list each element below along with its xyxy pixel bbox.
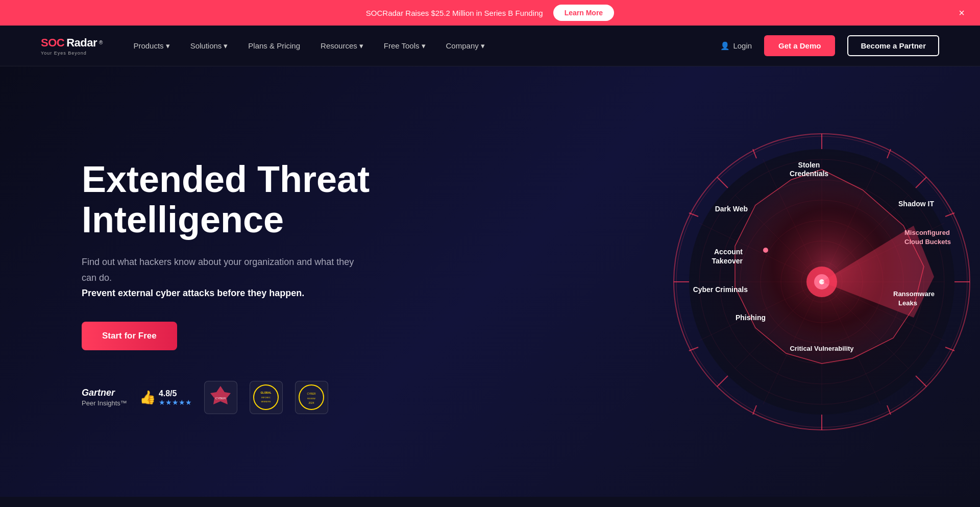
svg-text:Cyber Criminals: Cyber Criminals — [693, 285, 748, 294]
nav-links: Products ▾ Solutions ▾ Plans & Pricing R… — [133, 41, 720, 51]
svg-text:Phishing: Phishing — [736, 313, 766, 322]
get-demo-button[interactable]: Get a Demo — [764, 35, 835, 56]
svg-text:Account: Account — [714, 248, 743, 256]
nav-right: 👤 Login Get a Demo Become a Partner — [720, 35, 939, 56]
logo-tm: ® — [99, 40, 103, 45]
svg-text:Ransomware: Ransomware — [893, 290, 935, 298]
radar-visual: Stolen Credentials Shadow IT Misconfigur… — [664, 124, 980, 440]
gartner-brand: Gartner — [82, 387, 127, 399]
svg-text:Credentials: Credentials — [790, 170, 828, 178]
hero-subtitle: Find out what hackers know about your or… — [82, 254, 368, 301]
logo-soc: SOC — [41, 36, 64, 50]
nav-resources[interactable]: Resources ▾ — [321, 41, 363, 51]
award-badge-3: CYBER REVIEW 2024 — [295, 381, 328, 414]
close-announcement-button[interactable]: × — [959, 8, 965, 18]
learn-more-button[interactable]: Learn More — [553, 5, 614, 21]
logo-radar: Radar — [66, 36, 97, 50]
svg-text:Dark Web: Dark Web — [715, 205, 748, 213]
nav-plans-pricing[interactable]: Plans & Pricing — [248, 41, 300, 50]
svg-text:Shadow IT: Shadow IT — [898, 200, 934, 208]
award-badge-2: GLOBAL INFOSEC WINNERS — [250, 381, 283, 414]
thumbs-up-icon: 👍 — [139, 390, 156, 405]
svg-text:Takeover: Takeover — [712, 257, 743, 265]
svg-text:GLOBAL: GLOBAL — [260, 391, 271, 394]
gartner-badge: Gartner Peer Insights™ — [82, 387, 127, 407]
award-badge-1: CYBER — [204, 381, 237, 414]
announcement-bar: SOCRadar Raises $25.2 Million in Series … — [0, 0, 980, 26]
start-free-button[interactable]: Start for Free — [82, 322, 177, 350]
announcement-text: SOCRadar Raises $25.2 Million in Series … — [366, 9, 543, 17]
svg-marker-0 — [210, 386, 231, 404]
rating-value: 4.8/5 — [159, 389, 192, 398]
become-partner-button[interactable]: Become a Partner — [847, 35, 939, 56]
svg-line-19 — [916, 376, 926, 387]
svg-text:REVIEW: REVIEW — [307, 397, 315, 400]
nav-solutions[interactable]: Solutions ▾ — [190, 41, 228, 51]
badges-row: Gartner Peer Insights™ 👍 4.8/5 ★★★★★ CYB… — [82, 381, 439, 414]
svg-text:Leaks: Leaks — [898, 299, 917, 307]
login-button[interactable]: 👤 Login — [720, 41, 752, 51]
svg-text:WINNERS: WINNERS — [261, 400, 271, 403]
svg-text:CYBER: CYBER — [307, 392, 316, 395]
svg-text:CYBER: CYBER — [215, 397, 226, 400]
svg-text:INFOSEC: INFOSEC — [261, 396, 271, 399]
svg-line-17 — [916, 177, 926, 188]
hero-title: Extended Threat Intelligence — [82, 159, 439, 240]
rating-info: 4.8/5 ★★★★★ — [159, 389, 192, 406]
svg-text:2024: 2024 — [308, 401, 314, 404]
svg-line-18 — [717, 376, 728, 387]
svg-text:Stolen: Stolen — [798, 161, 820, 169]
stars: ★★★★★ — [159, 398, 192, 406]
svg-line-16 — [717, 177, 728, 188]
nav-company[interactable]: Company ▾ — [446, 41, 485, 51]
main-nav: SOCRadar® Your Eyes Beyond Products ▾ So… — [0, 26, 980, 66]
hero-section: Extended Threat Intelligence Find out wh… — [0, 66, 980, 497]
logo[interactable]: SOCRadar® Your Eyes Beyond — [41, 36, 103, 56]
hero-content: Extended Threat Intelligence Find out wh… — [82, 159, 439, 414]
svg-point-48 — [763, 248, 768, 253]
rating-area: 👍 4.8/5 ★★★★★ — [139, 389, 192, 406]
svg-text:Cloud Buckets: Cloud Buckets — [904, 238, 951, 246]
nav-products[interactable]: Products ▾ — [133, 41, 169, 51]
logo-tagline: Your Eyes Beyond — [41, 51, 87, 56]
gartner-sub: Peer Insights™ — [82, 399, 127, 408]
svg-text:Critical Vulnerability: Critical Vulnerability — [790, 345, 854, 352]
svg-text:Misconfigured: Misconfigured — [904, 229, 950, 236]
nav-free-tools[interactable]: Free Tools ▾ — [384, 41, 426, 51]
